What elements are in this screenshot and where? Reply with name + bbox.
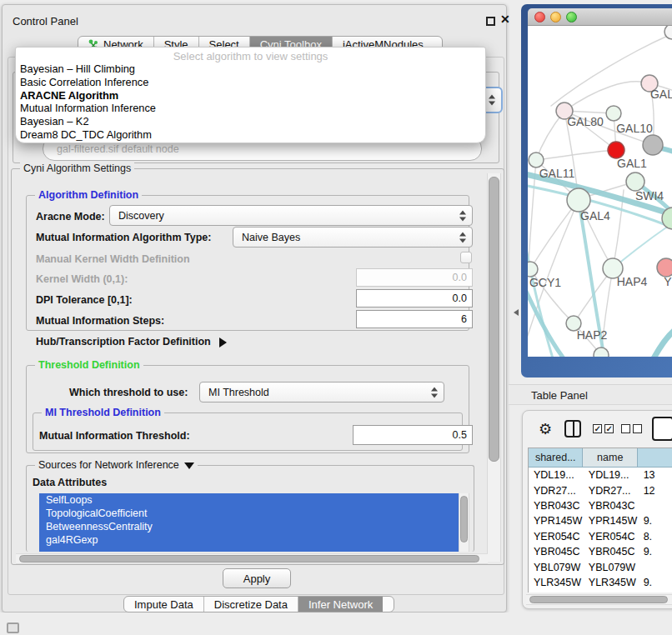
panel-resize-arrow-icon[interactable]: [514, 309, 519, 316]
table-cell[interactable]: 8.: [639, 531, 672, 542]
collapsed-panel-icon[interactable]: [7, 622, 19, 633]
network-node[interactable]: [567, 188, 590, 212]
float-window-icon[interactable]: [486, 17, 495, 26]
table-row[interactable]: YPR145WYPR145W9.: [529, 513, 672, 528]
table-cell[interactable]: 13: [639, 469, 672, 481]
minimize-traffic-light[interactable]: [550, 12, 561, 22]
table-row[interactable]: YBR045CYBR045C9.: [529, 544, 672, 559]
table-row[interactable]: YDL19...YDL19...13: [529, 468, 672, 482]
table-cell[interactable]: YIL052C: [529, 592, 584, 592]
algorithm-option[interactable]: Bayesian – K2: [16, 115, 485, 128]
tab-impute-data[interactable]: Impute Data: [124, 597, 204, 612]
table-cell[interactable]: YBR043C: [584, 500, 639, 512]
algorithm-option[interactable]: Mutual Information Inference: [16, 102, 485, 115]
apply-button[interactable]: Apply: [223, 568, 291, 588]
table-cell[interactable]: 0.: [639, 592, 672, 592]
mi-algorithm-type-combo[interactable]: Naive Bayes: [233, 227, 473, 248]
column-header[interactable]: shared...: [529, 448, 583, 468]
manual-kernel-checkbox[interactable]: [460, 252, 472, 263]
table-cell[interactable]: YDR27...: [584, 485, 639, 497]
hub-definition-toggle[interactable]: Hub/Transcription Factor Definition: [36, 336, 227, 348]
mi-steps-field[interactable]: [356, 310, 473, 328]
gear-icon[interactable]: ⚙: [539, 420, 552, 438]
table-row[interactable]: YER054CYER054C8.: [529, 529, 672, 544]
data-attribute-item[interactable]: TopologicalCoefficient: [39, 507, 459, 520]
network-edge[interactable]: [654, 328, 672, 357]
table-cell[interactable]: YBR045C: [584, 546, 639, 558]
table-row[interactable]: YBL079WYBL079W: [529, 559, 672, 574]
kernel-width-field[interactable]: [356, 268, 473, 287]
table-cell[interactable]: YPR145W: [529, 515, 584, 527]
zoom-traffic-light[interactable]: [566, 12, 577, 22]
close-traffic-light[interactable]: [534, 12, 545, 22]
table-cell[interactable]: YDL19...: [584, 469, 639, 481]
algorithm-option[interactable]: Dream8 DC_TDC Algorithm: [16, 128, 485, 142]
mi-threshold-field[interactable]: [353, 425, 473, 445]
table-cell[interactable]: YER054C: [529, 531, 584, 542]
network-view[interactable]: GALGAL80GAL10GAL11GAL1SWI4GAL4GCY1HAP4YH…: [528, 26, 672, 357]
table-cell[interactable]: YPR145W: [584, 515, 639, 527]
data-attribute-item[interactable]: SelfLoops: [39, 493, 459, 507]
table-row[interactable]: YDR27...YDR27...12: [529, 482, 672, 498]
algorithm-option[interactable]: Basic Correlation Inference: [16, 76, 485, 89]
network-node[interactable]: [643, 135, 663, 155]
aracne-mode-combo[interactable]: Discovery: [109, 205, 473, 226]
table-cell[interactable]: YBR045C: [529, 546, 584, 558]
network-node[interactable]: [626, 172, 644, 191]
algorithm-dropdown-popup: Select algorithm to view settings Bayesi…: [15, 47, 486, 143]
network-graph[interactable]: GALGAL80GAL10GAL11GAL1SWI4GAL4GCY1HAP4YH…: [528, 26, 672, 357]
table-cell[interactable]: YER054C: [584, 531, 639, 542]
select-all-icon[interactable]: ✓✓: [593, 424, 614, 433]
table-cell[interactable]: 9.: [639, 577, 672, 588]
table-cell[interactable]: 9.: [639, 546, 672, 558]
table-cell[interactable]: YBL079W: [584, 562, 639, 573]
table-cell[interactable]: YIL052C: [584, 592, 639, 592]
network-edge[interactable]: [536, 150, 616, 160]
table-cell[interactable]: YDL19...: [529, 469, 584, 481]
which-threshold-combo[interactable]: MI Threshold: [199, 382, 444, 402]
table-row[interactable]: YLR345WYLR345W9.: [529, 575, 672, 590]
sources-toggle[interactable]: Sources for Network Inference: [35, 459, 198, 471]
split-columns-icon[interactable]: [564, 420, 581, 438]
table-cell[interactable]: 9.: [639, 515, 672, 527]
dpi-tolerance-field[interactable]: [356, 289, 473, 308]
network-node[interactable]: [594, 348, 609, 357]
settings-horizontal-scrollbar[interactable]: [16, 553, 488, 564]
algorithm-option[interactable]: ARACNE Algorithm: [16, 89, 485, 102]
data-attributes-list[interactable]: SelfLoopsTopologicalCoefficientBetweenne…: [39, 493, 459, 552]
network-node[interactable]: [529, 152, 544, 168]
table-cell[interactable]: 12: [639, 485, 672, 497]
table-cell[interactable]: YDR27...: [529, 485, 584, 497]
settings-vertical-scrollbar[interactable]: [487, 173, 501, 562]
algorithm-option[interactable]: Bayesian – Hill Climbing: [16, 62, 485, 76]
network-node[interactable]: [657, 258, 672, 277]
table-window: ⚙ ✓✓ shared...name YDL19...YDL19...13YDR…: [522, 410, 672, 609]
data-attribute-item[interactable]: BetweennessCentrality: [39, 520, 459, 533]
network-node[interactable]: [528, 262, 538, 277]
scrollbar-thumb[interactable]: [489, 177, 499, 462]
table-row[interactable]: YBR043CYBR043C: [529, 498, 672, 513]
stepper-arrows-icon: [459, 232, 465, 242]
table-row[interactable]: YIL052CYIL052C0.: [529, 590, 672, 592]
new-table-icon[interactable]: [652, 417, 672, 441]
scrollbar-thumb[interactable]: [460, 496, 468, 542]
close-icon[interactable]: ✕: [500, 12, 510, 26]
deselect-all-icon[interactable]: [621, 424, 642, 433]
data-attribute-item[interactable]: gal4RGexp: [39, 533, 459, 547]
table-cell[interactable]: YBL079W: [529, 562, 584, 573]
stepper-arrows-icon: [431, 387, 437, 398]
table-cell[interactable]: YLR345W: [584, 577, 639, 588]
scrollbar-thumb[interactable]: [19, 555, 479, 562]
scrollbar-thumb[interactable]: [529, 596, 668, 603]
column-header[interactable]: name: [583, 448, 637, 468]
table-cell[interactable]: YBR043C: [529, 500, 584, 512]
network-node[interactable]: [606, 106, 621, 121]
network-node[interactable]: [608, 142, 624, 158]
tab-discretize-data[interactable]: Discretize Data: [204, 597, 298, 612]
tab-infer-network[interactable]: Infer Network: [298, 597, 383, 612]
network-window-titlebar[interactable]: [528, 8, 672, 26]
table-horizontal-scrollbar[interactable]: [526, 594, 672, 605]
column-header[interactable]: [638, 448, 672, 468]
attributes-list-scrollbar[interactable]: [459, 493, 469, 552]
table-cell[interactable]: YLR345W: [529, 577, 584, 588]
